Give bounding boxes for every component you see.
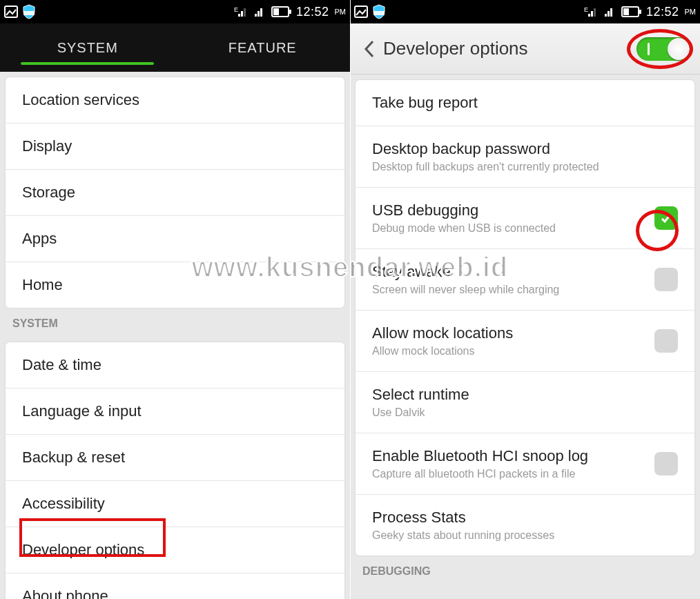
row-process-stats[interactable]: Process StatsGeeky stats about running p…	[356, 495, 694, 556]
row-desktop-backup-password[interactable]: Desktop backup passwordDesktop full back…	[356, 126, 694, 188]
row-subtitle: Capture all bluetooth HCI packets in a f…	[372, 468, 654, 480]
shield-icon	[372, 4, 386, 19]
row-title: Desktop backup password	[372, 140, 678, 158]
row-title: USB debugging	[372, 202, 654, 219]
gallery-icon	[354, 6, 368, 18]
row-home[interactable]: Home	[6, 262, 344, 308]
clock-ampm: PM	[335, 8, 347, 16]
row-backup-reset[interactable]: Backup & reset	[6, 435, 344, 481]
right-screenshot: E 12:52 PM Developer options Take bug re…	[350, 0, 700, 599]
row-title: Enable Bluetooth HCI snoop log	[372, 447, 654, 465]
row-label: Location services	[22, 91, 139, 109]
svg-rect-5	[244, 8, 246, 17]
checkbox-unchecked-icon[interactable]	[654, 268, 678, 291]
gallery-icon	[4, 6, 18, 18]
row-allow-mock-locations[interactable]: Allow mock locationsAllow mock locations	[356, 311, 694, 372]
row-select-runtime[interactable]: Select runtimeUse Dalvik	[356, 372, 694, 433]
svg-rect-13	[373, 11, 385, 15]
tab-feature[interactable]: FEATURE	[175, 23, 351, 72]
tab-feature-label: FEATURE	[229, 40, 297, 56]
row-developer-options[interactable]: Developer options	[6, 527, 344, 573]
row-about-phone[interactable]: About phone	[6, 573, 344, 599]
row-label: Date & time	[22, 356, 101, 374]
tab-system[interactable]: SYSTEM	[0, 23, 175, 72]
signal-2-icon	[253, 6, 267, 18]
checkbox-unchecked-icon[interactable]	[654, 452, 678, 475]
svg-rect-8	[260, 8, 262, 17]
svg-text:E: E	[234, 6, 238, 13]
battery-icon	[621, 6, 642, 17]
switch-on-icon	[636, 37, 690, 61]
row-subtitle: Debug mode when USB is connected	[372, 222, 654, 235]
row-title: Allow mock locations	[372, 324, 654, 342]
svg-rect-19	[607, 11, 610, 17]
row-label: Apps	[22, 230, 57, 248]
row-label: Display	[22, 137, 72, 155]
svg-rect-20	[610, 8, 612, 17]
clock-ampm: PM	[685, 8, 697, 16]
svg-rect-16	[591, 11, 593, 17]
section-system: SYSTEM	[0, 308, 350, 337]
clock-time: 12:52	[296, 5, 329, 19]
shield-icon	[22, 4, 36, 19]
status-bar: E 12:52 PM	[350, 0, 700, 23]
row-accessibility[interactable]: Accessibility	[6, 481, 344, 527]
section-debugging: DEBUGGING	[350, 556, 700, 585]
row-apps[interactable]: Apps	[6, 216, 344, 262]
card-dev-options: Take bug reportDesktop backup passwordDe…	[356, 80, 694, 556]
settings-list[interactable]: Location services Display Storage Apps H…	[0, 72, 350, 599]
checkbox-unchecked-icon[interactable]	[654, 329, 678, 353]
row-usb-debugging[interactable]: USB debuggingDebug mode when USB is conn…	[356, 188, 694, 249]
row-subtitle: Allow mock locations	[372, 345, 654, 357]
row-enable-bluetooth-hci-snoop-log[interactable]: Enable Bluetooth HCI snoop logCapture al…	[356, 433, 694, 495]
svg-rect-18	[605, 14, 607, 17]
tab-system-label: SYSTEM	[57, 40, 118, 56]
row-language-input[interactable]: Language & input	[6, 389, 344, 435]
svg-rect-23	[623, 8, 629, 15]
row-label: Accessibility	[22, 495, 105, 513]
row-subtitle: Geeky stats about running processes	[372, 529, 678, 542]
row-label: Developer options	[22, 541, 144, 559]
developer-options-list[interactable]: Take bug reportDesktop backup passwordDe…	[350, 75, 700, 599]
row-label: Backup & reset	[22, 449, 125, 467]
row-label: Storage	[22, 184, 75, 202]
svg-text:E: E	[584, 6, 588, 13]
svg-rect-3	[238, 14, 240, 17]
master-switch[interactable]	[636, 37, 690, 61]
row-title: Select runtime	[372, 386, 678, 404]
svg-rect-22	[639, 10, 641, 14]
row-take-bug-report[interactable]: Take bug report	[356, 80, 694, 126]
back-button[interactable]	[360, 40, 379, 58]
row-label: About phone	[22, 587, 108, 599]
clock-time: 12:52	[646, 5, 679, 19]
row-location-services[interactable]: Location services	[6, 77, 344, 124]
row-storage[interactable]: Storage	[6, 170, 344, 216]
status-bar: E 12:52 PM	[0, 0, 350, 23]
svg-rect-17	[594, 8, 596, 17]
svg-rect-15	[588, 14, 590, 17]
row-title: Take bug report	[372, 94, 678, 112]
signal-1-icon: E	[234, 6, 249, 18]
row-display[interactable]: Display	[6, 124, 344, 170]
row-subtitle: Screen will never sleep while charging	[372, 284, 654, 296]
page-title: Developer options	[383, 38, 528, 59]
svg-rect-10	[289, 10, 291, 14]
card-system: Date & time Language & input Backup & re…	[6, 342, 344, 599]
svg-rect-6	[255, 14, 257, 17]
row-stay-awake[interactable]: Stay awakeScreen will never sleep while …	[356, 249, 694, 311]
signal-1-icon: E	[584, 6, 599, 18]
svg-rect-1	[23, 11, 35, 15]
card-personal: Location services Display Storage Apps H…	[6, 77, 344, 308]
row-date-time[interactable]: Date & time	[6, 342, 344, 389]
row-subtitle: Use Dalvik	[372, 406, 678, 419]
left-screenshot: E 12:52 PM SYSTEM FEATURE Location servi…	[0, 0, 350, 599]
svg-rect-11	[273, 8, 279, 15]
row-title: Stay awake	[372, 263, 654, 281]
svg-rect-4	[241, 11, 243, 17]
row-subtitle: Desktop full backups aren't currently pr…	[372, 161, 678, 173]
app-bar: Developer options	[350, 23, 700, 75]
row-label: Home	[22, 276, 63, 294]
checkbox-checked-icon[interactable]	[654, 206, 678, 230]
settings-tabs: SYSTEM FEATURE	[0, 23, 350, 72]
screenshot-divider	[350, 0, 351, 599]
